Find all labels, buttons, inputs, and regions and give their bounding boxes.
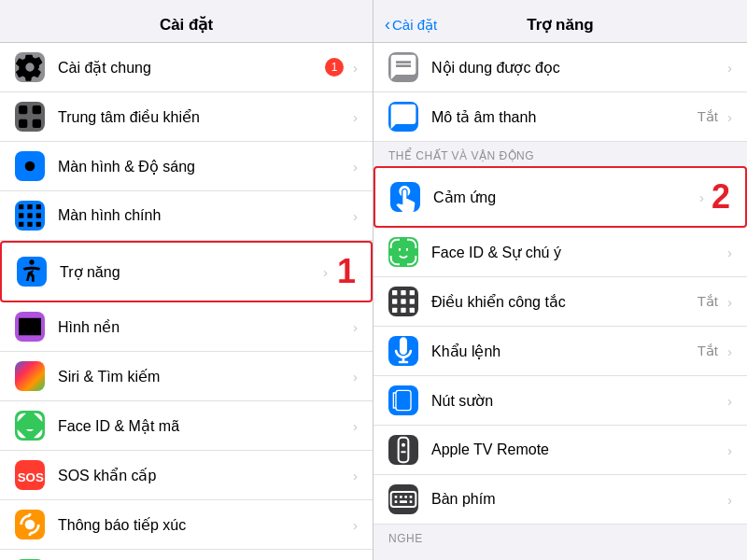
svg-rect-36 [404,496,407,498]
svg-rect-5 [19,204,23,209]
item-label: Trung tâm điều khiển [58,108,349,126]
right-item-label: Mô tả âm thanh [431,108,698,126]
right-item-khau-lenh[interactable]: Khẩu lệnh Tắt › [374,327,747,376]
section-touch: Cảm ứng › 2 Face ID & Sự chú ý › Điều kh… [374,166,747,525]
keyboard-icon [388,484,418,514]
svg-rect-10 [36,213,41,217]
left-panel: Cài đặt Cài đặt chung 1 › Trung tâm điều… [0,0,374,560]
settings-item-man-hinh-chinh[interactable]: Màn hình chính › [0,191,373,241]
right-title: Trợ năng [527,15,593,35]
right-item-label: Cảm ứng [433,189,696,206]
right-item-label: Điều khiển công tắc [431,293,698,311]
left-title: Cài đặt [160,16,213,34]
right-item-dieu-khien[interactable]: Điều khiển công tắc Tắt › [374,277,747,327]
chevron-icon: › [353,109,358,125]
svg-rect-9 [27,213,32,217]
right-item-label: Nút sườn [431,392,724,410]
svg-rect-40 [410,500,413,503]
chevron-icon: › [727,492,732,508]
speech-icon [388,52,418,82]
svg-rect-25 [401,299,405,303]
right-item-ban-phim[interactable]: Bàn phím › [374,475,747,525]
svg-rect-12 [27,222,32,227]
right-item-mo-ta-am-thanh[interactable]: AD Mô tả âm thanh Tắt › [374,92,747,142]
right-list: Nội dung được đọc › AD Mô tả âm thanh Tắ… [374,43,747,560]
right-item-noi-dung-doc[interactable]: Nội dung được đọc › [374,43,747,92]
svg-rect-34 [395,496,398,498]
svg-rect-30 [399,438,409,463]
item-label: Màn hình & Độ sáng [58,158,349,175]
item-label: Cài đặt chung [58,59,325,77]
section-header-nghe: NGHE [374,525,747,549]
item-label: Siri & Tìm kiếm [58,368,349,385]
svg-rect-13 [36,222,41,227]
item-label: Hình nền [58,318,349,336]
settings-item-trung-tam[interactable]: Trung tâm điều khiển › [0,92,373,142]
svg-rect-38 [395,500,398,503]
item-label: Trợ năng [60,263,319,281]
wallpaper-icon [15,312,45,342]
chevron-icon: › [353,319,358,335]
svg-rect-22 [401,290,405,295]
right-item-cam-ung[interactable]: Cảm ứng › 2 [374,166,747,228]
svg-rect-29 [410,308,415,313]
chevron-icon: › [353,208,358,224]
chevron-icon: › [353,369,358,385]
settings-item-cai-dat-chung[interactable]: Cài đặt chung 1 › [0,43,373,92]
right-item-value: Tắt [698,293,718,310]
svg-rect-6 [27,204,32,209]
chevron-icon: › [323,264,328,280]
svg-rect-32 [401,451,405,453]
sos-icon: SOS [15,460,45,490]
svg-rect-33 [391,492,416,507]
chevron-icon: › [353,60,358,76]
settings-item-siri[interactable]: Siri & Tìm kiếm › [0,352,373,401]
chevron-icon: › [727,245,732,260]
settings-item-man-hinh[interactable]: Màn hình & Độ sáng › [0,142,373,191]
switch-icon [388,287,418,316]
settings-item-sos[interactable]: SOS SOS khẩn cấp › [0,451,373,500]
settings-item-hinh-nen[interactable]: Hình nền › [0,302,373,352]
section-header-the-chat: THỂ CHẤT VÀ VẬN ĐỘNG [374,142,747,166]
settings-item-thongbao[interactable]: Thông báo tiếp xúc › [0,500,373,550]
back-chevron-icon: ‹ [385,15,390,35]
settings-item-pin[interactable]: Pin › [0,550,373,560]
right-item-label: Nội dung được đọc [431,59,724,77]
svg-rect-21 [392,290,397,295]
right-item-faceid-su-chu-y[interactable]: Face ID & Sự chú ý › [374,228,747,277]
settings-item-tro-nang[interactable]: Trợ năng › 1 [0,241,373,302]
voice-icon [388,336,418,366]
sidebutton-icon [388,385,418,415]
chevron-icon: › [727,294,732,310]
right-item-value: Tắt [698,343,718,359]
control-center-icon [15,102,45,132]
svg-text:SOS: SOS [18,470,44,484]
chevron-icon: › [353,159,358,175]
svg-rect-26 [410,299,415,303]
right-item-apple-tv[interactable]: Apple TV Remote › [374,426,747,475]
settings-item-faceid[interactable]: Face ID & Mật mã › [0,401,373,451]
svg-rect-2 [19,119,27,128]
item-label: SOS khẩn cấp [58,467,349,484]
svg-rect-0 [19,105,27,114]
svg-rect-1 [33,105,41,114]
right-item-label: Bàn phím [431,491,724,508]
accessibility-icon [17,257,47,287]
left-header: Cài đặt [0,0,373,43]
home-screen-icon [15,201,45,231]
right-item-label: Apple TV Remote [431,441,724,458]
svg-point-4 [25,161,35,172]
chevron-icon: › [353,468,358,483]
chevron-icon: › [727,393,732,409]
gear-icon [15,52,45,82]
svg-rect-39 [400,500,407,503]
right-item-nut-suon[interactable]: Nút sườn › [374,376,747,426]
right-item-label: Khẩu lệnh [431,343,698,360]
item-label: Face ID & Mật mã [58,417,349,435]
right-panel: ‹ Cài đặt Trợ năng Nội dung được đọc › A… [374,0,747,560]
item-label: Màn hình chính [58,207,349,224]
svg-rect-11 [19,222,23,227]
right-item-value: Tắt [698,108,718,125]
back-button[interactable]: ‹ Cài đặt [385,15,437,35]
svg-rect-7 [36,204,41,209]
